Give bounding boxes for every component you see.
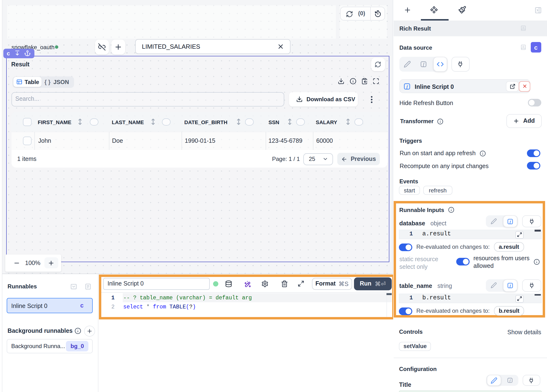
svg-text:f: f: [510, 379, 511, 382]
svg-text:f: f: [407, 84, 409, 89]
svg-text:f: f: [423, 62, 424, 66]
svg-text:f: f: [510, 284, 511, 288]
svg-text:f: f: [510, 219, 511, 223]
